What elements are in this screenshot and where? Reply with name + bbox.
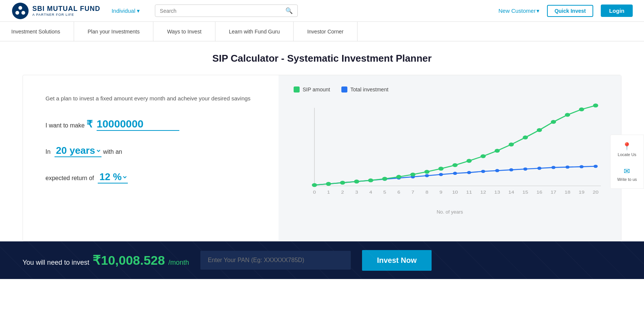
new-customer-label: New Customer [499, 8, 536, 14]
svg-text:19: 19 [579, 190, 585, 195]
legend-total-dot [341, 86, 347, 93]
svg-point-39 [480, 154, 486, 158]
svg-point-46 [579, 108, 584, 111]
svg-point-36 [438, 167, 444, 170]
legend-sip-dot [294, 86, 300, 93]
mail-icon: ✉ [624, 167, 630, 176]
header: SBI MUTUAL FUND A PARTNER FOR LIFE Indiv… [0, 0, 644, 22]
svg-point-44 [551, 120, 556, 124]
legend-sip: SIP amount [294, 86, 330, 93]
svg-text:20: 20 [593, 190, 599, 195]
page-title: SIP Calculator - Systematic Investment P… [23, 53, 621, 64]
return-label: expected return of [45, 175, 94, 181]
nav-investment-solutions[interactable]: Investment Solutions [11, 22, 74, 41]
svg-point-2 [15, 11, 19, 15]
svg-point-17 [467, 171, 471, 174]
amount-input[interactable] [97, 118, 179, 131]
svg-text:11: 11 [466, 190, 472, 195]
chart-legend: SIP amount Total investment [294, 86, 606, 93]
bottom-bar: You will need to invest ₹10,008.528 /mon… [0, 241, 644, 279]
svg-text:4: 4 [369, 190, 372, 195]
write-to-us-button[interactable]: ✉ Write to us [614, 164, 640, 185]
svg-text:8: 8 [426, 190, 429, 195]
quick-invest-button[interactable]: Quick Invest [547, 5, 593, 17]
svg-point-3 [21, 11, 25, 15]
svg-text:12: 12 [480, 190, 486, 195]
svg-point-25 [579, 165, 583, 168]
svg-point-22 [537, 167, 541, 170]
locate-us-button[interactable]: 📍 Locate Us [615, 139, 639, 160]
rupee-symbol: ₹ [86, 118, 93, 130]
svg-point-41 [509, 143, 514, 146]
invest-text: You will need to invest ₹10,008.528 /mon… [23, 253, 189, 268]
svg-point-0 [12, 3, 29, 19]
svg-text:1: 1 [327, 190, 330, 195]
legend-total: Total investment [341, 86, 388, 93]
svg-text:7: 7 [411, 190, 414, 195]
write-to-us-label: Write to us [617, 177, 637, 182]
years-select[interactable]: 20 years 5 years 10 years 15 years 25 ye… [55, 144, 102, 157]
login-button[interactable]: Login [601, 5, 633, 17]
svg-point-33 [396, 175, 402, 179]
individual-label: Individual [112, 8, 135, 14]
chart-xlabel: No. of years [294, 209, 606, 215]
logo-text: SBI MUTUAL FUND A PARTNER FOR LIFE [32, 5, 100, 17]
calc-left-panel: Get a plan to invest a fixed amount ever… [23, 75, 279, 241]
logo-icon [11, 2, 29, 20]
chart-container: 0 1 2 3 4 5 6 7 8 9 10 11 12 13 14 15 16 [294, 100, 606, 230]
search-icon[interactable]: 🔍 [285, 7, 293, 14]
svg-text:9: 9 [439, 190, 442, 195]
svg-point-38 [467, 159, 472, 163]
legend-total-label: Total investment [350, 86, 388, 93]
svg-point-40 [495, 149, 500, 153]
svg-point-29 [340, 181, 345, 185]
search-bar[interactable]: 🔍 [155, 5, 298, 17]
years-row: In 20 years 5 years 10 years 15 years 25… [45, 144, 256, 157]
svg-text:0: 0 [313, 190, 316, 195]
svg-text:2: 2 [341, 190, 344, 195]
svg-point-26 [594, 165, 598, 168]
pan-input[interactable] [200, 251, 351, 270]
svg-point-18 [481, 170, 485, 173]
return-select[interactable]: 12 % 8 % 10 % 14 % 15 % [98, 171, 128, 183]
nav-investor-corner[interactable]: Investor Corner [294, 22, 357, 41]
header-right: New Customer ▾ Quick Invest Login [499, 5, 633, 17]
with-an-label: with an [103, 149, 122, 155]
locate-us-label: Locate Us [618, 152, 636, 157]
calc-description: Get a plan to invest a fixed amount ever… [45, 94, 256, 103]
svg-point-27 [312, 183, 317, 187]
svg-point-43 [537, 128, 542, 132]
main-nav: Investment Solutions Plan your Investmen… [0, 22, 644, 41]
logo-subtitle: A PARTNER FOR LIFE [32, 13, 100, 17]
svg-text:18: 18 [565, 190, 571, 195]
nav-plan-investments[interactable]: Plan your Investments [74, 22, 154, 41]
svg-point-42 [523, 135, 528, 139]
chevron-down-icon: ▾ [137, 8, 140, 14]
svg-point-32 [382, 177, 387, 180]
amount-row: I want to make ₹ [45, 118, 256, 131]
svg-point-28 [326, 182, 331, 186]
svg-point-20 [509, 168, 513, 171]
svg-text:14: 14 [508, 190, 514, 195]
svg-text:17: 17 [550, 190, 556, 195]
new-customer-link[interactable]: New Customer ▾ [499, 8, 539, 14]
invest-text-label: You will need to invest [23, 259, 89, 266]
svg-point-21 [523, 167, 527, 170]
logo[interactable]: SBI MUTUAL FUND A PARTNER FOR LIFE [11, 2, 100, 20]
svg-point-1 [18, 6, 22, 10]
nav-ways-to-invest[interactable]: Ways to Invest [153, 22, 215, 41]
nav-learn-fund-guru[interactable]: Learn with Fund Guru [215, 22, 294, 41]
individual-dropdown[interactable]: Individual ▾ [112, 8, 140, 14]
svg-point-16 [453, 172, 457, 175]
i-want-label: I want to make [45, 122, 85, 129]
svg-point-24 [565, 165, 570, 168]
in-label: In [45, 149, 50, 155]
search-input[interactable] [160, 8, 285, 14]
svg-point-35 [424, 170, 430, 174]
invest-now-button[interactable]: Invest Now [362, 250, 432, 271]
svg-text:16: 16 [536, 190, 542, 195]
legend-sip-label: SIP amount [303, 86, 330, 93]
svg-point-15 [439, 173, 443, 176]
location-icon: 📍 [622, 142, 632, 151]
page-content: SIP Calculator - Systematic Investment P… [0, 41, 644, 241]
